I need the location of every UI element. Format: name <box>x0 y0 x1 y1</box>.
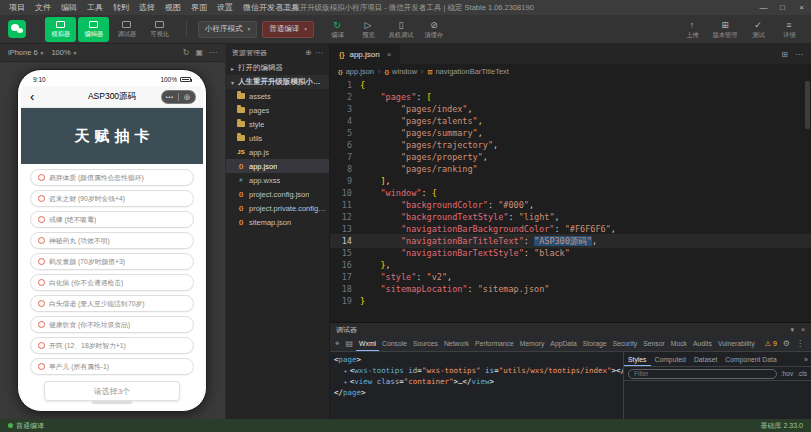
file-project.config.json[interactable]: {}project.config.json <box>226 187 329 201</box>
toolbar-button[interactable]: ↻编译 <box>323 17 351 42</box>
styles-filter-input[interactable] <box>628 369 777 379</box>
breadcrumb-item[interactable]: {}window <box>384 67 417 76</box>
talent-option[interactable]: 白化病 (你不会遭遇枪击) <box>30 274 194 291</box>
more-menu-icon[interactable]: ••• <box>162 90 178 104</box>
collapse-panel-icon[interactable]: ▾ <box>790 326 794 334</box>
file-assets[interactable]: assets <box>226 89 329 103</box>
toolbar-button[interactable]: ↑上传 <box>678 17 706 42</box>
inspect-icon[interactable]: ⌖ <box>332 339 343 349</box>
file-app.js[interactable]: JSapp.js <box>226 145 329 159</box>
talent-option[interactable]: 开窍 (12、18岁时智力+1) <box>30 337 194 354</box>
toolbar-button[interactable]: ▷预览 <box>354 17 382 42</box>
devtools-tab-sensor[interactable]: Sensor <box>640 336 668 352</box>
panel-toggle[interactable]: 可视化 <box>144 17 175 42</box>
editor-tab-appjson[interactable]: {} app.json × <box>330 44 400 64</box>
project-section[interactable]: ▾ 人生重开升级版模拟小程序 <box>226 75 329 89</box>
menu-item-8[interactable]: 界面 <box>186 0 212 15</box>
file-app.wxss[interactable]: #app.wxss <box>226 173 329 187</box>
devtools-tab-appdata[interactable]: AppData <box>547 336 579 352</box>
new-file-icon[interactable]: ⊕ <box>305 48 311 57</box>
panel-toggle[interactable]: 模拟器 <box>45 17 76 42</box>
maximize-icon[interactable]: □ <box>773 0 792 15</box>
device-toolbar-icon[interactable]: ▤ <box>343 339 357 348</box>
breadcrumb-item[interactable]: {}app.json <box>338 67 374 76</box>
warning-badge[interactable]: ⚠ 9 <box>765 340 777 348</box>
more-icon[interactable]: ⋯ <box>209 48 217 57</box>
menu-item-3[interactable]: 编辑 <box>56 0 82 15</box>
file-app.json[interactable]: {}app.json <box>226 159 329 173</box>
menu-item-7[interactable]: 视图 <box>160 0 186 15</box>
expand-arrow-icon[interactable]: ▸ <box>344 365 348 376</box>
refresh-icon[interactable]: ↻ <box>183 48 190 57</box>
menu-item-9[interactable]: 设置 <box>212 0 238 15</box>
close-tab-icon[interactable]: × <box>387 50 392 59</box>
talent-option[interactable]: 迟来之财 (90岁时金钱+4) <box>30 190 194 207</box>
breadcrumb-item[interactable]: ⊡navigationBarTitleText <box>427 67 509 76</box>
wxml-node[interactable]: ▸<view class="container">…</view> <box>330 376 623 387</box>
toolbar-button[interactable]: ⊘清缓存 <box>420 17 448 42</box>
menu-item-1[interactable]: 项目 <box>4 0 30 15</box>
compile-mode-select[interactable]: 普通编译 ▾ <box>262 21 314 38</box>
file-utils[interactable]: utils <box>226 131 329 145</box>
expand-arrow-icon[interactable]: ▸ <box>344 376 348 387</box>
panel-toggle[interactable]: 编辑器 <box>78 17 109 42</box>
minimize-icon[interactable]: — <box>754 0 773 15</box>
talent-option[interactable]: 早产儿 (所有属性-1) <box>30 358 194 375</box>
menu-item-6[interactable]: 选择 <box>134 0 160 15</box>
device-select[interactable]: iPhone 6 ▾ <box>8 48 43 57</box>
split-editor-icon[interactable]: ⊞ <box>781 50 788 59</box>
talent-option[interactable]: 白头偕老 (爱人至少能活到70岁) <box>30 295 194 312</box>
devtools-tab-sources[interactable]: Sources <box>410 336 441 352</box>
devtools-tab-wxml[interactable]: Wxml <box>356 336 379 352</box>
styles-tab-component-data[interactable]: Component Data <box>721 352 780 367</box>
style-toggle[interactable]: :hov <box>781 370 793 377</box>
gear-icon[interactable]: ⚙ <box>783 339 790 348</box>
kebab-menu-icon[interactable]: ⋮ <box>796 339 804 348</box>
devtools-tab-storage[interactable]: Storage <box>580 336 610 352</box>
toolbar-button[interactable]: ✓测试 <box>744 17 772 42</box>
menu-item-4[interactable]: 工具 <box>82 0 108 15</box>
menu-item-2[interactable]: 文件 <box>30 0 56 15</box>
devtools-tab-memory[interactable]: Memory <box>517 336 548 352</box>
styles-tab-styles[interactable]: Styles <box>624 352 651 367</box>
wxml-node[interactable]: <page> <box>330 354 623 365</box>
mode-select[interactable]: 小程序模式 ▾ <box>198 21 257 38</box>
styles-tab-computed[interactable]: Computed <box>651 352 690 367</box>
close-icon[interactable]: × <box>792 0 811 15</box>
wechat-capsule[interactable]: ••• ◎ <box>161 90 196 104</box>
more-actions-icon[interactable]: ⋯ <box>795 50 803 59</box>
close-panel-icon[interactable]: × <box>801 326 805 334</box>
toolbar-button[interactable]: ≡详情 <box>775 17 803 42</box>
devtools-tab-console[interactable]: Console <box>379 336 410 352</box>
wxml-node[interactable]: </page> <box>330 387 623 398</box>
file-sitemap.json[interactable]: {}sitemap.json <box>226 215 329 229</box>
talent-option[interactable]: 鹤发童颜 (70岁时颜值+3) <box>30 253 194 270</box>
file-style[interactable]: style <box>226 117 329 131</box>
style-toggle[interactable]: .cls <box>797 370 807 377</box>
exit-miniprogram-icon[interactable]: ◎ <box>179 90 195 104</box>
talent-option[interactable]: 易胖体质 (颜值属性会恶性循环) <box>30 169 194 186</box>
more-icon[interactable]: ⋯ <box>316 48 324 57</box>
code-editor[interactable]: 1{2 "pages": [3 "pages/index",4 "pages/t… <box>330 79 811 322</box>
devtools-tab-audits[interactable]: Audits <box>690 336 715 352</box>
menu-item-5[interactable]: 转到 <box>108 0 134 15</box>
devtools-tab-security[interactable]: Security <box>610 336 641 352</box>
toolbar-button[interactable]: ▯真机调试 <box>385 17 417 42</box>
back-icon[interactable]: ‹ <box>30 87 34 107</box>
file-pages[interactable]: pages <box>226 103 329 117</box>
confirm-button[interactable]: 请选择3个 <box>44 381 180 401</box>
toolbar-button[interactable]: ⊞版本管理 <box>709 17 741 42</box>
devtools-tab-performance[interactable]: Performance <box>472 336 517 352</box>
talent-option[interactable]: 神秘药丸 (功效不明) <box>30 232 194 249</box>
wxml-node[interactable]: ▸<wxs-tootips id="wxs-tootips" is="utils… <box>330 365 623 376</box>
talent-option[interactable]: 戒律 (绝不吸毒) <box>30 211 194 228</box>
zoom-select[interactable]: 100% ▾ <box>51 48 76 57</box>
devtools-tab-network[interactable]: Network <box>441 336 472 352</box>
open-editors-section[interactable]: ▸ 打开的编辑器 <box>226 61 329 75</box>
file-project.private.config.j...[interactable]: {}project.private.config.j... <box>226 201 329 215</box>
panel-toggle[interactable]: 调试器 <box>111 17 142 42</box>
overflow-tabs-icon[interactable]: » <box>801 356 811 363</box>
talent-option[interactable]: 健康饮食 (你不吃垃圾食品) <box>30 316 194 333</box>
devtools-tab-mock[interactable]: Mock <box>668 336 690 352</box>
styles-tab-dataset[interactable]: Dataset <box>690 352 721 367</box>
